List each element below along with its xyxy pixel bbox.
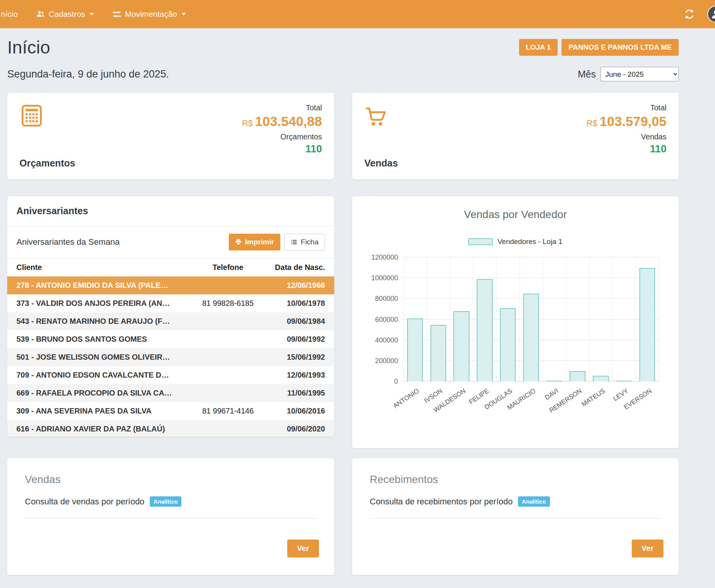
calculator-icon — [19, 103, 44, 128]
birthday-table-body: 278 - ANTONIO EMIDIO DA SILVA (PALE…12/0… — [7, 276, 334, 437]
aniversariantes-card: Aniversariantes Aniversariantes da Seman… — [7, 196, 334, 437]
birthday-table: Cliente Telefone Data de Nasc. 278 - ANT… — [7, 258, 334, 437]
divider — [25, 518, 317, 519]
legend-swatch — [468, 238, 493, 245]
phone-cell — [190, 330, 265, 348]
page-title: Início — [7, 37, 50, 58]
month-label: Mês — [578, 69, 596, 80]
vendas-consulta-desc: Consulta de vendas por período Analítico — [25, 496, 317, 507]
bar-mauricio — [523, 294, 539, 381]
total-amount: 103.579,05 — [600, 114, 666, 129]
y-tick-label: 0 — [394, 378, 398, 386]
chart-legend[interactable]: Vendedores - Loja 1 — [361, 237, 670, 246]
birthday-row[interactable]: 501 - JOSE WELISSON GOMES OLIVEIR…15/06/… — [7, 348, 334, 366]
aniversariantes-toolbar: Aniversariantes da Semana Imprimir Ficha — [7, 226, 334, 258]
bar-slot-davi — [543, 257, 566, 381]
bar-levy — [616, 381, 632, 381]
birthday-row[interactable]: 539 - BRUNO DOS SANTOS GOMES09/06/1992 — [7, 330, 334, 348]
bar-slot-waldeson — [450, 257, 473, 381]
page-content: Início LOJA 1 PANNOS E PANNOS LTDA ME Se… — [7, 37, 679, 575]
currency-symbol: R$ — [587, 118, 597, 128]
print-button[interactable]: Imprimir — [229, 234, 280, 250]
client-cell: 543 - RENATO MARINHO DE ARAUJO (F… — [7, 312, 190, 330]
birth-cell: 10/06/2016 — [265, 402, 334, 420]
phone-cell — [190, 348, 265, 366]
column-header-cliente: Cliente — [7, 258, 190, 276]
x-tick-label: EVERSON — [608, 387, 653, 421]
bar-douglas — [500, 308, 516, 381]
list-icon — [291, 239, 298, 246]
exchange-icon — [112, 11, 121, 18]
total-value: R$103.540,88 — [242, 114, 322, 129]
vendas-consulta-card: Vendas Consulta de vendas por período An… — [7, 458, 334, 575]
print-button-label: Imprimir — [245, 238, 274, 246]
client-cell: 669 - RAFAELA PROCOPIO DA SILVA CA… — [7, 384, 190, 402]
nav-item-inicio-label: nício — [1, 10, 18, 19]
bar-slot-levy — [612, 257, 636, 381]
bar-everson — [639, 268, 655, 381]
vendas-consulta-title: Vendas — [25, 473, 317, 486]
bar-felipe — [477, 279, 492, 381]
page-header: Início LOJA 1 PANNOS E PANNOS LTDA ME — [7, 37, 679, 58]
birthday-row[interactable]: 543 - RENATO MARINHO DE ARAUJO (F…09/06/… — [7, 312, 334, 330]
client-cell: 278 - ANTONIO EMIDIO DA SILVA (PALE… — [7, 276, 190, 294]
store-button[interactable]: LOJA 1 — [519, 39, 558, 56]
client-cell: 539 - BRUNO DOS SANTOS GOMES — [7, 330, 190, 348]
ficha-button[interactable]: Ficha — [284, 234, 325, 250]
count-value: 110 — [587, 143, 666, 155]
bar-slot-everson — [636, 257, 659, 381]
bar-slot-douglas — [496, 257, 519, 381]
divider — [370, 518, 661, 519]
bar-mateus — [593, 376, 608, 381]
recebimentos-consulta-desc: Consulta de recebimentos por período Ana… — [370, 496, 661, 507]
phone-cell: 81 99671-4146 — [190, 402, 265, 420]
birthday-row[interactable]: 373 - VALDIR DOS ANJOS PEREIRA (AN…81 99… — [7, 294, 334, 312]
vendas-card-values: Total R$103.579,05 Vendas 110 — [587, 103, 666, 169]
vendas-summary-card: Vendas Total R$103.579,05 Vendas 110 — [352, 93, 679, 179]
y-tick-label: 800000 — [375, 295, 398, 303]
v-gridline — [659, 257, 659, 381]
bar-slot-remerson — [566, 257, 589, 381]
birth-cell: 09/06/1984 — [265, 312, 334, 330]
currency-symbol: R$ — [242, 118, 253, 128]
vendas-card-title: Vendas — [364, 158, 398, 169]
birthday-row[interactable]: 709 - ANTONIO EDSON CAVALCANTE D…12/06/1… — [7, 366, 334, 384]
recebimentos-consulta-desc-text: Consulta de recebimentos por período — [370, 497, 513, 507]
total-value: R$103.579,05 — [587, 114, 666, 129]
phone-cell — [190, 312, 265, 330]
navbar-left-group: nício Cadastros Movimentação — [0, 0, 195, 28]
nav-item-movimentacao[interactable]: Movimentação — [103, 0, 195, 28]
company-button[interactable]: PANNOS E PANNOS LTDA ME — [561, 39, 679, 56]
avatar[interactable] — [707, 6, 715, 23]
bar-slot-felipe — [473, 257, 496, 381]
orcamentos-card-title: Orçamentos — [19, 158, 75, 169]
total-label: Total — [587, 103, 666, 112]
phone-cell — [190, 420, 265, 437]
ver-recebimentos-button[interactable]: Ver — [632, 540, 663, 557]
birthday-row[interactable]: 309 - ANA SEVERINA PAES DA SILVA81 99671… — [7, 402, 334, 420]
phone-cell — [190, 384, 265, 402]
orcamentos-card-left: Orçamentos — [19, 103, 75, 169]
aniversariantes-subtitle: Aniversariantes da Semana — [16, 237, 120, 247]
client-cell: 501 - JOSE WELISSON GOMES OLIVEIR… — [7, 348, 190, 366]
month-select[interactable]: June - 2025 — [600, 67, 679, 81]
nav-item-inicio[interactable]: nício — [0, 0, 27, 28]
birthday-row[interactable]: 278 - ANTONIO EMIDIO DA SILVA (PALE…12/0… — [7, 276, 334, 294]
birthday-row[interactable]: 669 - RAFAELA PROCOPIO DA SILVA CA…11/06… — [7, 384, 334, 402]
nav-item-cadastros[interactable]: Cadastros — [27, 0, 103, 28]
birthday-row[interactable]: 616 - ADRIANO XAVIER DA PAZ (BALAÚ)09/06… — [7, 420, 334, 437]
date-row: Segunda-feira, 9 de junho de 2025. Mês J… — [7, 67, 679, 81]
birth-cell: 09/06/1992 — [265, 330, 334, 348]
y-tick-label: 400000 — [375, 336, 398, 344]
ver-vendas-button[interactable]: Ver — [287, 540, 319, 557]
vendas-por-vendedor-card: Vendas por Vendedor Vendedores - Loja 1 … — [352, 196, 679, 448]
analitico-badge: Analítico — [150, 496, 181, 507]
month-picker: Mês June - 2025 — [578, 67, 679, 81]
client-cell: 309 - ANA SEVERINA PAES DA SILVA — [7, 402, 190, 420]
refresh-icon[interactable] — [684, 8, 695, 20]
navbar: nício Cadastros Movimentação — [0, 0, 715, 28]
chevron-down-icon — [89, 13, 94, 15]
vendas-consulta-desc-text: Consulta de vendas por período — [25, 497, 144, 507]
chevron-down-icon — [181, 13, 186, 15]
recebimentos-consulta-card: Recebimentos Consulta de recebimentos po… — [352, 458, 679, 575]
